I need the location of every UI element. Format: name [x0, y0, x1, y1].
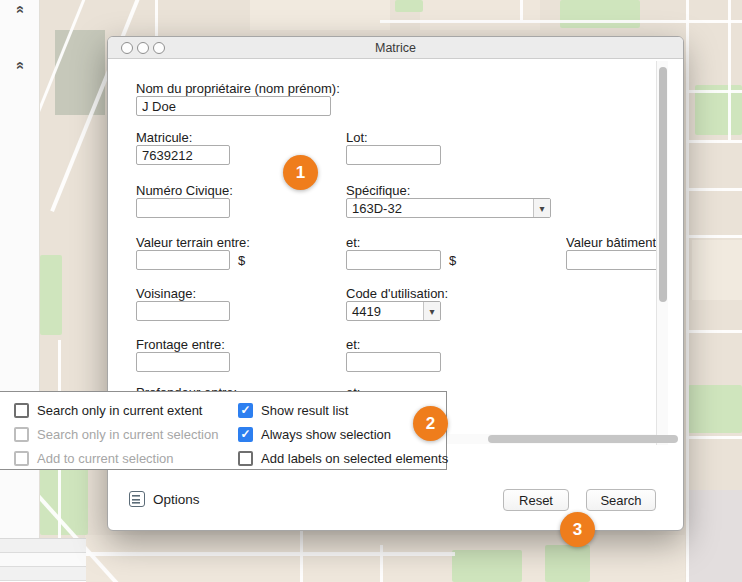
valeur-terrain-et-input[interactable] [346, 250, 441, 270]
checkbox-icon[interactable]: ✓ [238, 427, 253, 442]
map-park [395, 0, 423, 12]
valeur-terrain-et-label: et: [346, 235, 360, 250]
map-road [686, 436, 742, 439]
checkbox-search-current-extent[interactable]: Search only in current extent [14, 401, 202, 419]
map-road [300, 531, 303, 582]
checkbox-label: Search only in current selection [37, 427, 218, 442]
frontage-et-input[interactable] [346, 352, 441, 372]
map-park [40, 255, 62, 335]
checkbox-always-show-selection[interactable]: ✓Always show selection [238, 425, 391, 443]
checkbox-label: Always show selection [261, 427, 391, 442]
map-road [380, 20, 742, 23]
valeur-terrain-input[interactable] [136, 250, 230, 270]
map-park [688, 385, 742, 433]
owner-input[interactable] [136, 96, 331, 116]
civic-number-input[interactable] [136, 198, 230, 218]
reset-button[interactable]: Reset [503, 489, 569, 511]
map-road [686, 0, 689, 582]
collapse-panel-button-second[interactable]: « [8, 57, 34, 73]
matricule-label: Matricule: [136, 130, 192, 145]
frontage-input[interactable] [136, 352, 230, 372]
legend-row [0, 553, 86, 567]
voisinage-input[interactable] [136, 301, 230, 321]
vertical-scrollbar[interactable] [656, 61, 668, 445]
legend-row [0, 567, 86, 581]
legend-row [0, 539, 86, 553]
civic-number-label: Numéro Civique: [136, 183, 233, 198]
map-road [686, 140, 742, 143]
step-badge-1: 1 [283, 155, 318, 190]
frontage-label: Frontage entre: [136, 337, 225, 352]
checkbox-label: Show result list [261, 403, 348, 418]
valeur-batiment-label: Valeur bâtiment [566, 235, 658, 250]
checkbox-show-result-list[interactable]: ✓Show result list [238, 401, 348, 419]
map-road [686, 90, 742, 93]
map-block [688, 490, 742, 582]
dialog-titlebar[interactable]: Matrice [108, 37, 683, 59]
dialog-title: Matrice [108, 37, 683, 59]
frontage-et-label: et: [346, 337, 360, 352]
chevron-down-icon[interactable]: ▾ [533, 199, 550, 217]
matricule-input[interactable] [136, 145, 230, 165]
map-road [686, 188, 742, 191]
checkbox-search-current-selection[interactable]: Search only in current selection [14, 425, 218, 443]
chevron-down-icon[interactable]: ▾ [423, 302, 440, 320]
collapsed-sidebar: « « [0, 0, 40, 582]
map-road [686, 330, 742, 333]
checkbox-label: Add labels on selected elements [261, 451, 448, 466]
valeur-terrain-label: Valeur terrain entre: [136, 235, 250, 250]
checkbox-icon[interactable] [14, 403, 29, 418]
double-chevron-up-icon: « [14, 5, 29, 13]
dollar-sign: $ [449, 253, 456, 268]
code-utilisation-label: Code d'utilisation: [346, 286, 448, 301]
collapse-panel-button-top[interactable]: « [8, 1, 34, 17]
lot-label: Lot: [346, 130, 368, 145]
checkbox-icon[interactable]: ✓ [238, 403, 253, 418]
map-block [85, 535, 685, 582]
map-road [85, 552, 455, 556]
options-list-icon [129, 491, 145, 507]
checkbox-add-to-selection[interactable]: Add to current selection [14, 449, 174, 467]
checkbox-icon[interactable] [14, 451, 29, 466]
checkbox-label: Search only in current extent [37, 403, 202, 418]
map-road [380, 545, 383, 582]
map-park [560, 0, 640, 28]
search-options-panel: Search only in current extent Search onl… [0, 391, 447, 470]
legend-corner-rows [0, 538, 86, 582]
map-block [250, 0, 390, 30]
map-block [692, 240, 742, 300]
options-button[interactable]: Options [129, 487, 200, 511]
specifique-dropdown[interactable]: 163D-32 ▾ [346, 198, 551, 218]
vertical-scrollbar-thumb[interactable] [659, 67, 667, 302]
horizontal-scrollbar-thumb[interactable] [488, 435, 678, 443]
map-road [520, 0, 523, 20]
search-button[interactable]: Search [586, 489, 656, 511]
checkbox-add-labels-selected[interactable]: Add labels on selected elements [238, 449, 448, 467]
map-road [155, 0, 158, 36]
map-park [452, 550, 522, 582]
double-chevron-up-icon: « [14, 61, 29, 69]
checkbox-icon[interactable] [14, 427, 29, 442]
code-utilisation-value: 4419 [347, 304, 423, 319]
step-badge-2: 2 [413, 406, 448, 441]
voisinage-label: Voisinage: [136, 286, 196, 301]
checkbox-icon[interactable] [238, 451, 253, 466]
checkbox-label: Add to current selection [37, 451, 174, 466]
dollar-sign: $ [238, 253, 245, 268]
valeur-batiment-input[interactable] [566, 250, 658, 270]
specifique-label: Spécifique: [346, 183, 410, 198]
map-road [686, 235, 742, 238]
lot-input[interactable] [346, 145, 441, 165]
options-button-label: Options [153, 492, 200, 507]
map-park [545, 545, 590, 582]
owner-label: Nom du propriétaire (nom prénom): [136, 81, 340, 96]
specifique-value: 163D-32 [347, 201, 533, 216]
code-utilisation-dropdown[interactable]: 4419 ▾ [346, 301, 441, 321]
step-badge-3: 3 [560, 512, 595, 547]
